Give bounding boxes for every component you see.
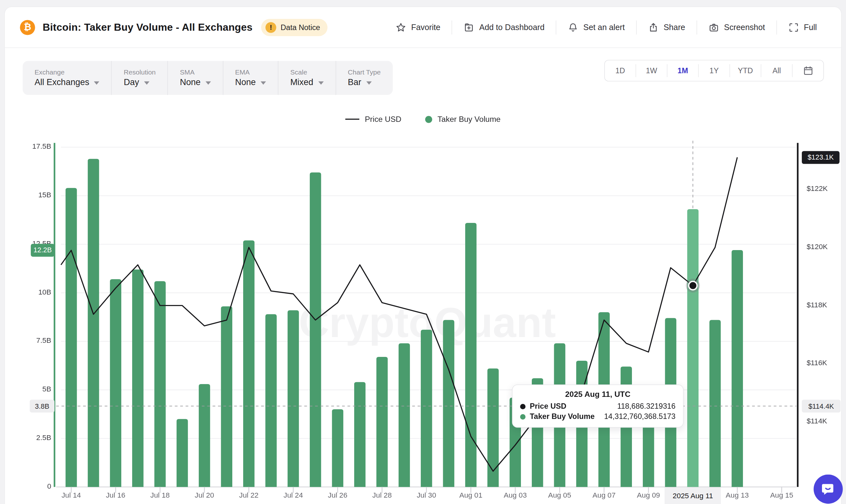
volume-bar-jul-21[interactable] (221, 306, 232, 487)
volume-bar-jul-19[interactable] (177, 419, 188, 487)
chart-card: ₿ Bitcoin: Taker Buy Volume - All Exchan… (4, 6, 842, 504)
chat-bubble-icon (820, 481, 836, 497)
tooltip-date: 2025 Aug 11, UTC (520, 390, 676, 398)
volume-bar-jul-23[interactable] (265, 314, 277, 487)
volume-bar-aug-13[interactable] (732, 250, 743, 487)
tooltip-row-price-usd: Price USD118,686.3219316 (520, 401, 676, 412)
tooltip-row-taker-buy-volume: Taker Buy Volume14,312,760,368.5173 (520, 412, 676, 422)
right-axis-tick: $116K (807, 359, 827, 367)
volume-bar-jul-18[interactable] (154, 281, 165, 487)
volume-bar-jul-31[interactable] (443, 320, 454, 487)
volume-bar-jul-15[interactable] (88, 159, 99, 487)
crosshair-price-badge: $114.4K (802, 399, 841, 412)
volume-bar-jul-14[interactable] (66, 188, 77, 487)
volume-bar-aug-01[interactable] (465, 223, 476, 487)
x-axis-label: Aug 05 (537, 491, 582, 499)
volume-bar-jul-24[interactable] (288, 310, 299, 487)
left-axis-line (54, 143, 55, 487)
volume-bar-jul-22[interactable] (243, 240, 254, 487)
price-current-badge: $123.1K (802, 151, 840, 164)
volume-bar-jul-17[interactable] (132, 270, 143, 487)
x-axis-label: Jul 28 (359, 491, 405, 499)
x-axis-label: Jul 20 (182, 491, 227, 499)
volume-bar-jul-28[interactable] (376, 357, 387, 487)
volume-current-badge: 12.2B (31, 244, 54, 256)
x-axis-label: Jul 14 (49, 491, 94, 499)
tooltip-series-value: 118,686.3219316 (617, 401, 675, 412)
volume-bar-aug-02[interactable] (487, 368, 498, 487)
left-axis-tick: 7.5B (24, 337, 51, 344)
right-axis-tick: $114K (807, 417, 827, 425)
right-axis-tick: $122K (807, 184, 828, 193)
price-volume-chart: CryptoQuant (5, 7, 842, 504)
tooltip-series-label: Taker Buy Volume (530, 412, 595, 422)
x-highlight-badge: 2025 Aug 11 (665, 487, 721, 504)
crosshair-volume-badge: 3.8B (30, 399, 55, 412)
left-axis-tick: 2.5B (24, 434, 51, 442)
x-axis-label: Aug 09 (626, 491, 671, 499)
x-axis-label: Jul 18 (137, 491, 183, 499)
chart-tooltip: 2025 Aug 11, UTC Price USD118,686.321931… (512, 384, 684, 428)
price-marker-dot[interactable] (689, 282, 696, 289)
x-axis-label: Jul 26 (315, 491, 360, 499)
x-axis-label: Jul 30 (404, 491, 449, 499)
volume-bar-jul-16[interactable] (110, 279, 121, 487)
x-axis-label: Jul 22 (226, 491, 272, 499)
tooltip-series-dot (520, 403, 526, 409)
x-axis-label: Jul 16 (93, 491, 139, 499)
x-axis-label: Aug 01 (448, 491, 494, 499)
x-axis-label: Aug 07 (581, 491, 627, 499)
left-axis-tick: 15B (24, 191, 51, 199)
volume-bar-jul-30[interactable] (421, 330, 432, 487)
left-axis-tick: 10B (24, 288, 51, 296)
volume-bar-aug-12[interactable] (709, 320, 721, 487)
chat-widget-button[interactable] (814, 474, 843, 504)
volume-bar-jul-27[interactable] (354, 382, 365, 487)
x-axis-label: Aug 13 (715, 491, 760, 499)
x-axis-label: Aug 03 (493, 491, 538, 499)
volume-bar-jul-20[interactable] (199, 384, 210, 487)
right-axis-line (797, 143, 799, 487)
left-axis-tick: 17.5B (24, 142, 51, 150)
volume-bar-jul-26[interactable] (332, 409, 343, 487)
volume-bar-aug-11[interactable] (687, 209, 699, 487)
volume-bar-jul-29[interactable] (399, 343, 410, 487)
x-axis-label: Jul 24 (271, 491, 316, 499)
x-axis-label: Aug 15 (759, 491, 805, 499)
tooltip-series-label: Price USD (530, 401, 566, 412)
left-axis-tick: 5B (24, 385, 51, 393)
right-axis-tick: $120K (807, 242, 828, 250)
tooltip-series-dot (520, 414, 526, 419)
volume-bar-jul-25[interactable] (310, 173, 321, 487)
left-axis-tick: 0 (24, 482, 51, 490)
right-axis-tick: $118K (807, 301, 827, 309)
cryptoquant-chart-page: ₿ Bitcoin: Taker Buy Volume - All Exchan… (0, 0, 846, 504)
tooltip-series-value: 14,312,760,368.5173 (604, 412, 675, 422)
